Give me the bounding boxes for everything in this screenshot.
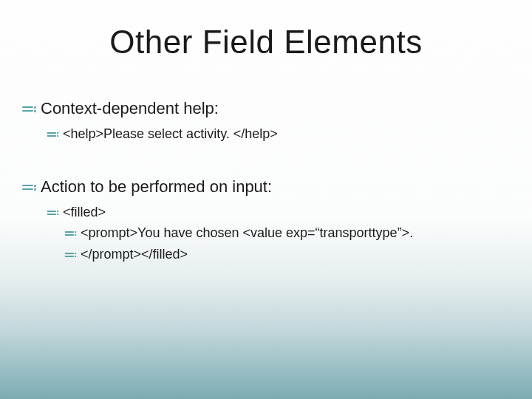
slide-body: ≕ Context-dependent help: ≕ <help>Please… xyxy=(21,95,511,266)
swirl-icon: ≕ xyxy=(46,203,60,222)
bullet-text: <prompt>You have chosen <value exp=“tran… xyxy=(81,224,413,242)
spacer xyxy=(21,146,511,173)
bullet-text: Action to be performed on input: xyxy=(41,176,272,198)
bullet-text: Context-dependent help: xyxy=(41,98,219,120)
bullet-text: </prompt></filled> xyxy=(81,245,188,263)
swirl-icon: ≕ xyxy=(64,224,78,243)
slide-title: Other Field Elements xyxy=(0,24,532,61)
bullet-lvl2: ≕ <filled> xyxy=(46,203,511,222)
swirl-icon: ≕ xyxy=(21,176,38,199)
bullet-lvl3: ≕ </prompt></filled> xyxy=(64,245,511,265)
bullet-lvl1: ≕ Context-dependent help: xyxy=(21,98,511,120)
swirl-icon: ≕ xyxy=(21,98,38,120)
slide: Other Field Elements ≕ Context-dependent… xyxy=(0,0,532,399)
swirl-icon: ≕ xyxy=(64,245,78,265)
bullet-text: <filled> xyxy=(63,203,106,221)
swirl-icon: ≕ xyxy=(46,125,60,144)
bullet-lvl1: ≕ Action to be performed on input: xyxy=(21,176,511,199)
bullet-lvl2: ≕ <help>Please select activity. </help> xyxy=(46,125,511,144)
bullet-text: <help>Please select activity. </help> xyxy=(63,125,278,143)
bullet-lvl3: ≕ <prompt>You have chosen <value exp=“tr… xyxy=(64,224,511,243)
